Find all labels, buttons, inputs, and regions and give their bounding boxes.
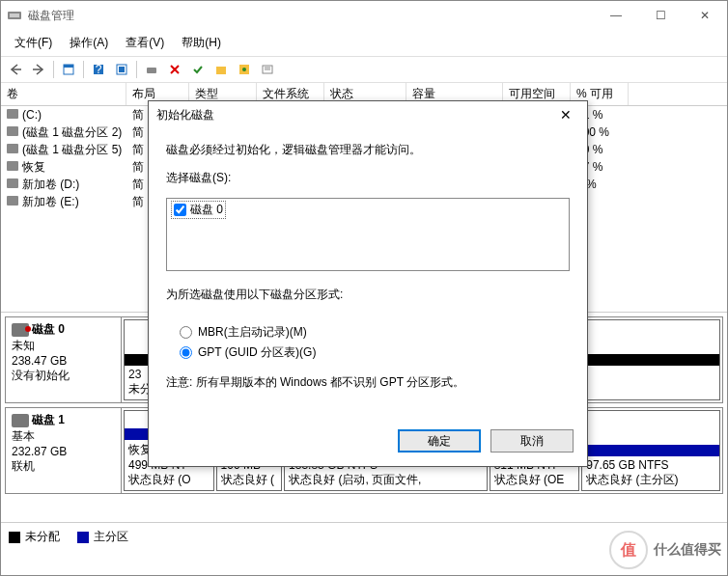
legend-primary: 主分区: [77, 529, 128, 545]
watermark-text: 什么值得买: [654, 541, 721, 559]
gpt-label: GPT (GUID 分区表)(G): [198, 344, 316, 361]
ok-button[interactable]: 确定: [398, 429, 481, 453]
cancel-button[interactable]: 取消: [490, 429, 574, 453]
col-volume[interactable]: 卷: [1, 83, 126, 105]
menu-view[interactable]: 查看(V): [118, 32, 172, 54]
partition-style-label: 为所选磁盘使用以下磁盘分区形式:: [166, 287, 570, 303]
window-title: 磁盘管理: [28, 8, 594, 24]
mbr-label: MBR(主启动记录)(M): [198, 324, 307, 341]
svg-rect-7: [119, 67, 125, 72]
mbr-radio[interactable]: [180, 326, 192, 339]
toolbar: ?: [1, 56, 727, 83]
menu-file[interactable]: 文件(F): [7, 32, 60, 54]
maximize-button[interactable]: ☐: [638, 1, 683, 30]
folder-button[interactable]: [210, 59, 232, 80]
disk0-label: 磁盘 0: [190, 202, 223, 218]
settings-button[interactable]: [234, 59, 255, 80]
check-button[interactable]: [187, 59, 209, 80]
svg-text:?: ?: [96, 63, 102, 76]
menu-help[interactable]: 帮助(H): [174, 32, 229, 54]
refresh-button[interactable]: [111, 59, 132, 80]
titlebar: 磁盘管理 — ☐ ✕: [1, 1, 727, 30]
mbr-option[interactable]: MBR(主启动记录)(M): [180, 324, 570, 341]
delete-button[interactable]: [164, 59, 185, 80]
tool-button-1[interactable]: [141, 59, 162, 80]
dialog-title: 初始化磁盘: [156, 107, 552, 123]
dialog-note: 注意: 所有早期版本的 Windows 都不识别 GPT 分区形式。: [166, 374, 570, 391]
svg-rect-8: [147, 68, 156, 73]
dialog-intro: 磁盘必须经过初始化，逻辑磁盘管理器才能访问。: [166, 142, 570, 158]
view-button[interactable]: [58, 59, 79, 80]
disk-select-list[interactable]: 磁盘 0: [166, 198, 570, 271]
properties-button[interactable]: [257, 59, 278, 80]
svg-point-11: [242, 68, 246, 71]
help-button[interactable]: ?: [88, 59, 109, 80]
close-button[interactable]: ✕: [683, 1, 727, 30]
svg-rect-3: [64, 65, 73, 68]
initialize-disk-dialog: 初始化磁盘 ✕ 磁盘必须经过初始化，逻辑磁盘管理器才能访问。 选择磁盘(S): …: [148, 100, 588, 467]
forward-button[interactable]: [28, 59, 49, 80]
dialog-titlebar: 初始化磁盘 ✕: [149, 101, 587, 128]
disk-header[interactable]: 磁盘 1基本232.87 GB联机: [6, 408, 122, 493]
gpt-radio[interactable]: [180, 346, 192, 359]
legend-unallocated: 未分配: [9, 529, 60, 545]
app-icon: [7, 8, 22, 23]
legend-primary-label: 主分区: [94, 529, 128, 545]
partition[interactable]: 97.65 GB NTFS状态良好 (主分区): [581, 410, 720, 491]
legend-unalloc-label: 未分配: [25, 529, 60, 545]
select-disk-label: 选择磁盘(S):: [166, 170, 570, 186]
menubar: 文件(F) 操作(A) 查看(V) 帮助(H): [1, 30, 727, 56]
gpt-option[interactable]: GPT (GUID 分区表)(G): [180, 344, 570, 361]
menu-action[interactable]: 操作(A): [62, 32, 116, 54]
svg-rect-1: [10, 14, 19, 17]
svg-rect-9: [216, 67, 226, 74]
disk-header[interactable]: 磁盘 0未知238.47 GB没有初始化: [6, 317, 122, 402]
watermark-icon: 值: [609, 531, 648, 569]
watermark: 值 什么值得买: [609, 531, 721, 569]
dialog-close-button[interactable]: ✕: [552, 107, 579, 123]
minimize-button[interactable]: —: [594, 1, 638, 30]
back-button[interactable]: [5, 59, 26, 80]
disk0-checkbox[interactable]: [174, 204, 186, 216]
